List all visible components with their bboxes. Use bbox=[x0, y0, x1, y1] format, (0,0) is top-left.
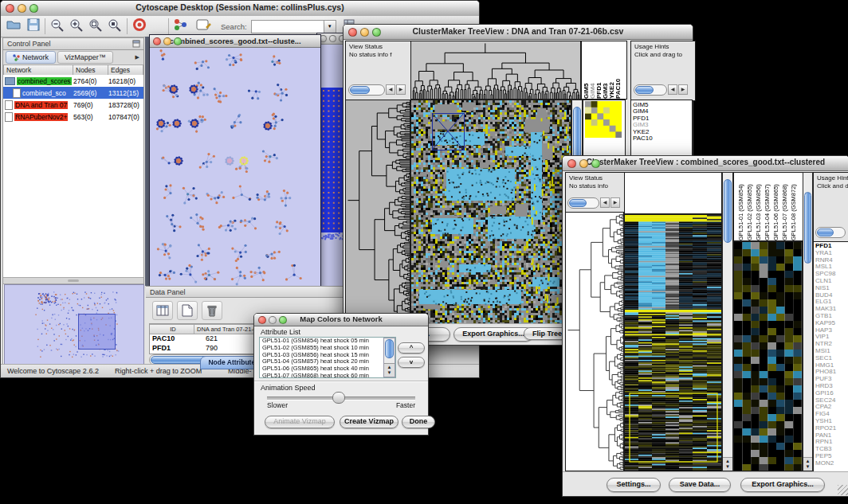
zoom-button[interactable] bbox=[591, 159, 600, 168]
scroll-left-icon[interactable]: ◀ bbox=[600, 197, 610, 208]
minimize-button[interactable] bbox=[163, 37, 171, 45]
zoom-button[interactable] bbox=[29, 4, 38, 13]
col-header-nodes[interactable]: Nodes bbox=[73, 64, 108, 76]
more-tabs-icon[interactable]: ▶ bbox=[135, 54, 142, 61]
correlation-matrix[interactable] bbox=[585, 101, 622, 138]
minimize-button[interactable] bbox=[329, 35, 336, 42]
annotation-icon[interactable] bbox=[195, 18, 211, 35]
search-dropdown-icon[interactable]: ▼ bbox=[324, 20, 336, 33]
close-button[interactable] bbox=[6, 4, 14, 13]
treeview-front-titlebar[interactable]: ClusterMaker TreeView : combined_scores_… bbox=[563, 156, 848, 171]
column-label[interactable]: GIM4 bbox=[590, 41, 596, 99]
row-dendrogram[interactable] bbox=[565, 212, 624, 471]
column-label[interactable]: GPL51-06 (GSM865) bbox=[771, 173, 780, 240]
view-status-hscrollbar[interactable]: ◀▶ bbox=[567, 197, 620, 208]
zoom-out-icon[interactable] bbox=[49, 18, 65, 35]
scroll-left-icon[interactable]: ◀ bbox=[386, 84, 395, 95]
zoom-button[interactable] bbox=[279, 316, 287, 324]
gene-label[interactable]: MON2 bbox=[814, 460, 848, 467]
resize-grip[interactable] bbox=[838, 485, 848, 495]
close-button[interactable] bbox=[258, 316, 266, 324]
attribute-list-vscrollbar[interactable]: ▲▼ bbox=[383, 338, 395, 377]
column-label[interactable]: GPL51-04 (GSM857) bbox=[763, 173, 771, 240]
treeview-back-titlebar[interactable]: ClusterMaker TreeView : DNA and Tran 07-… bbox=[344, 25, 693, 40]
search-input[interactable] bbox=[251, 20, 324, 33]
column-label[interactable]: PAC10 bbox=[615, 41, 622, 99]
scroll-arrows[interactable]: ▲▼ bbox=[803, 457, 812, 471]
scroll-right-icon[interactable]: ▶ bbox=[396, 84, 406, 95]
table-row-selected[interactable]: combined_sco 2569(6) 13112(15) bbox=[3, 87, 143, 99]
main-titlebar[interactable]: Cytoscape Desktop (Session Name: collins… bbox=[1, 1, 479, 17]
zoom-button[interactable] bbox=[174, 37, 182, 45]
open-session-icon[interactable] bbox=[6, 18, 22, 35]
column-label[interactable]: GIM3 bbox=[603, 41, 609, 99]
usage-hscrollbar[interactable]: ◀▶ bbox=[634, 84, 688, 95]
zoom-selected-icon[interactable] bbox=[107, 18, 123, 35]
frame1-titlebar[interactable]: combined_scores_good.txt--cluste... bbox=[150, 35, 320, 48]
table-row[interactable]: combined_scores 2764(0) 16218(0) bbox=[3, 75, 143, 87]
minimize-button[interactable] bbox=[360, 28, 369, 37]
export-graphics-button[interactable]: Export Graphics... bbox=[453, 327, 533, 342]
close-button[interactable] bbox=[567, 159, 576, 168]
col-header-id[interactable]: ID bbox=[150, 324, 194, 334]
create-vizmap-button[interactable]: Create Vizmap bbox=[340, 416, 398, 428]
table-row[interactable]: RNAPuberNov2+ 563(0) 107847(0) bbox=[3, 111, 143, 123]
heatmap-zoom-view[interactable] bbox=[733, 241, 803, 471]
settings-button[interactable]: Settings... bbox=[607, 478, 661, 492]
column-label[interactable]: GPL51-08 (GSM872) bbox=[789, 173, 798, 240]
table-row[interactable]: DNA and Tran 07 769(0) 183728(0) bbox=[3, 99, 143, 111]
scrollbar-thumb[interactable] bbox=[804, 192, 811, 264]
tab-vizmapper[interactable]: VizMapper™ bbox=[57, 51, 113, 64]
heatmap-vscrollbar[interactable]: ▲▼ bbox=[722, 172, 733, 471]
usage-hscrollbar[interactable] bbox=[815, 227, 846, 237]
zoom-button[interactable] bbox=[372, 28, 381, 37]
column-dendrogram[interactable] bbox=[410, 41, 581, 100]
delete-attribute-icon[interactable] bbox=[202, 301, 222, 320]
tab-network[interactable]: Network bbox=[6, 51, 56, 64]
network-view-canvas[interactable] bbox=[150, 48, 319, 287]
select-attributes-icon[interactable] bbox=[152, 301, 173, 320]
minimize-button[interactable] bbox=[269, 316, 277, 324]
scroll-right-icon[interactable]: ▶ bbox=[610, 197, 620, 208]
animate-vizmap-button[interactable]: Animate Vizmap bbox=[265, 416, 335, 428]
close-button[interactable] bbox=[348, 28, 357, 37]
move-up-button[interactable]: ^ bbox=[398, 342, 425, 354]
zoom-fit-icon[interactable] bbox=[88, 18, 104, 35]
gene-label[interactable]: PAC10 bbox=[631, 135, 692, 142]
scroll-arrows[interactable]: ▲▼ bbox=[723, 457, 732, 471]
col-header-edges[interactable]: Edges bbox=[108, 64, 143, 76]
column-label[interactable]: GPL51-01 (GSM854) bbox=[736, 173, 745, 240]
attribute-item[interactable]: GPL51-07 (GSM868) heat shock 60 min bbox=[260, 373, 395, 378]
column-label[interactable]: GIM5 bbox=[583, 41, 590, 99]
column-label[interactable]: GPL51-02 (GSM855) bbox=[745, 173, 754, 240]
close-button[interactable] bbox=[153, 37, 161, 45]
move-down-button[interactable]: v bbox=[398, 357, 425, 368]
network-overview-icon[interactable] bbox=[173, 18, 189, 35]
save-session-icon[interactable] bbox=[26, 18, 41, 35]
scroll-right-icon[interactable]: ▶ bbox=[678, 84, 688, 95]
network-birdseye-view[interactable] bbox=[4, 284, 144, 365]
view-status-hscrollbar[interactable]: ◀▶ bbox=[348, 84, 406, 95]
zoom-vscrollbar[interactable]: ▲▼ bbox=[803, 172, 813, 471]
minimize-button[interactable] bbox=[579, 159, 588, 168]
col-header-network[interactable]: Network bbox=[3, 64, 73, 76]
scroll-left-icon[interactable]: ◀ bbox=[668, 84, 677, 95]
minimize-button[interactable] bbox=[18, 4, 26, 13]
float-panel-icon[interactable] bbox=[132, 40, 140, 49]
heatmap-global[interactable] bbox=[624, 214, 722, 471]
column-label[interactable]: GPL51-03 (GSM856) bbox=[754, 173, 763, 240]
new-attribute-icon[interactable] bbox=[177, 301, 198, 320]
column-label[interactable]: GPL51-07 (GSM868) bbox=[780, 173, 789, 240]
panel-divider[interactable] bbox=[3, 277, 143, 284]
row-dendrogram[interactable] bbox=[345, 100, 410, 324]
help-lifebuoy-icon[interactable] bbox=[132, 17, 147, 36]
dialog-titlebar[interactable]: Map Colors to Network bbox=[254, 314, 428, 326]
save-data-button[interactable]: Save Data... bbox=[669, 478, 731, 492]
export-graphics-button[interactable]: Export Graphics... bbox=[740, 478, 825, 492]
scroll-arrows[interactable]: ▲▼ bbox=[384, 363, 395, 377]
zoom-in-icon[interactable] bbox=[69, 18, 84, 35]
speed-slider-handle[interactable] bbox=[332, 392, 345, 404]
done-button[interactable]: Done bbox=[402, 416, 435, 428]
column-label[interactable]: YKE2 bbox=[609, 41, 615, 99]
heatmap-global[interactable] bbox=[410, 100, 571, 324]
